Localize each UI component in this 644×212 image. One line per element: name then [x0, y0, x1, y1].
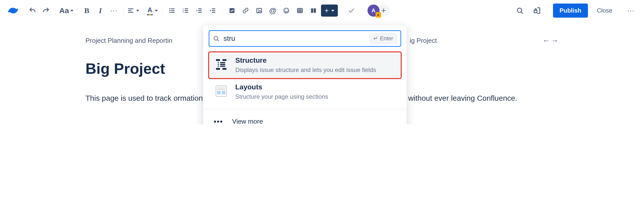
divider	[123, 6, 124, 16]
macro-item-desc: Structure your page using sections	[235, 93, 328, 101]
macro-search-input[interactable]	[223, 34, 366, 43]
svg-point-45	[218, 66, 219, 67]
emoji-button[interactable]	[280, 5, 292, 17]
close-button[interactable]: Close	[592, 4, 617, 18]
overflow-menu-button[interactable]: ···	[625, 5, 637, 17]
macro-result-list: Structure Displays issue structure and l…	[203, 50, 407, 107]
svg-point-41	[218, 62, 219, 63]
svg-line-40	[217, 40, 218, 41]
macro-item-title: Layouts	[235, 83, 328, 91]
enter-label: Enter	[380, 35, 393, 42]
svg-point-7	[169, 12, 171, 13]
macro-search-field[interactable]: ↵ Enter	[209, 30, 401, 47]
insert-menu-popup: ↵ Enter Structure Displays issue structu…	[203, 25, 407, 124]
text-color-dropdown[interactable]: A	[147, 5, 159, 17]
macro-item-desc: Displays issue structure and lets you ed…	[235, 66, 376, 74]
restrictions-button[interactable]	[531, 5, 543, 17]
table-button[interactable]	[294, 5, 306, 17]
divider	[143, 6, 143, 16]
svg-point-5	[169, 10, 171, 11]
chevron-down-icon	[331, 10, 334, 12]
divider	[162, 6, 162, 16]
enter-hint: ↵ Enter	[370, 33, 397, 44]
layouts-button[interactable]	[307, 5, 319, 17]
svg-rect-46	[220, 66, 225, 67]
chevron-down-icon	[70, 10, 73, 12]
svg-rect-38	[534, 10, 537, 13]
svg-rect-33	[314, 8, 316, 13]
chevron-down-icon	[136, 10, 139, 12]
mention-button[interactable]: @	[267, 5, 279, 17]
svg-rect-21	[230, 8, 235, 13]
arrow-right-icon: →	[551, 36, 559, 45]
bold-button[interactable]: B	[81, 5, 93, 17]
svg-point-26	[287, 10, 288, 10]
find-replace-button[interactable]	[514, 5, 526, 17]
text-color-icon: A	[148, 6, 152, 15]
numbered-list-button[interactable]: 1 2 3	[179, 5, 192, 17]
action-item-button[interactable]	[226, 5, 238, 17]
checkmark-icon[interactable]	[345, 5, 357, 17]
breadcrumb-right[interactable]: ig Project	[410, 37, 437, 45]
layouts-icon	[213, 83, 229, 99]
svg-rect-27	[298, 8, 303, 13]
text-styles-dropdown[interactable]: Aa	[59, 5, 73, 17]
view-more-button[interactable]: ••• View more	[203, 111, 407, 124]
svg-point-25	[285, 10, 286, 10]
svg-rect-44	[220, 64, 225, 65]
structure-macro-icon	[213, 56, 229, 73]
svg-rect-51	[222, 91, 225, 94]
avatar-badge: A	[376, 12, 381, 18]
avatar-initial: A	[372, 7, 376, 14]
dots-icon: •••	[214, 117, 223, 124]
svg-point-3	[169, 8, 171, 10]
divider	[56, 6, 56, 16]
outdent-button[interactable]	[193, 5, 205, 17]
view-more-label: View more	[232, 118, 263, 124]
svg-text:3: 3	[183, 11, 184, 13]
macro-item-layouts[interactable]: Layouts Structure your page using sectio…	[209, 79, 401, 105]
editor-toolbar: Aa B I ··· A 1	[0, 0, 644, 21]
divider	[222, 6, 222, 16]
image-button[interactable]	[253, 5, 265, 17]
svg-point-24	[284, 8, 289, 13]
return-icon: ↵	[373, 35, 378, 42]
italic-button[interactable]: I	[94, 5, 106, 17]
breadcrumb-left[interactable]: Project Planning and Reportin	[85, 37, 172, 45]
insert-dropdown[interactable]: +	[321, 5, 338, 17]
svg-point-43	[218, 64, 219, 65]
avatar[interactable]: A A	[367, 5, 380, 17]
svg-rect-22	[257, 8, 262, 13]
search-icon	[213, 35, 219, 42]
svg-line-37	[521, 12, 523, 13]
plus-icon: +	[325, 7, 329, 15]
confluence-logo-icon[interactable]	[7, 5, 19, 17]
svg-point-23	[258, 10, 259, 11]
indent-button[interactable]	[207, 5, 219, 17]
divider	[23, 6, 23, 16]
page-width-toggle[interactable]: ← →	[542, 36, 559, 45]
publish-button[interactable]: Publish	[553, 4, 588, 18]
divider	[77, 6, 77, 16]
chevron-down-icon	[155, 10, 158, 12]
more-formatting-button[interactable]: ···	[108, 5, 120, 17]
bullet-list-button[interactable]	[166, 5, 178, 17]
svg-rect-42	[220, 62, 225, 63]
macro-item-title: Structure	[235, 56, 376, 64]
alignment-dropdown[interactable]	[127, 5, 139, 17]
text-styles-label: Aa	[59, 6, 69, 15]
undo-button[interactable]	[26, 5, 38, 17]
link-button[interactable]	[240, 5, 252, 17]
redo-button[interactable]	[40, 5, 52, 17]
divider	[203, 109, 407, 109]
svg-rect-32	[311, 8, 313, 13]
arrow-left-icon: ←	[542, 36, 550, 45]
svg-rect-50	[217, 91, 221, 94]
macro-item-structure[interactable]: Structure Displays issue structure and l…	[209, 52, 401, 79]
